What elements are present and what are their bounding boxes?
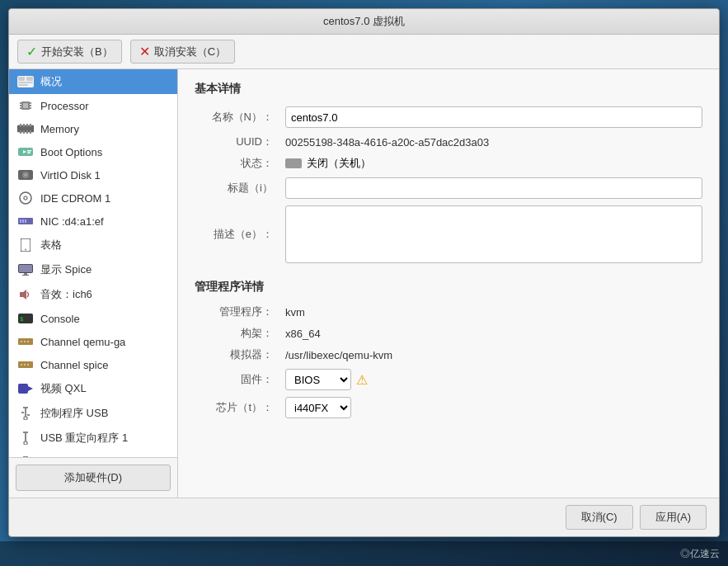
sidebar-item-display[interactable]: 显示 Spice: [9, 257, 177, 282]
sidebar-item-virtio-disk[interactable]: VirtIO Disk 1: [9, 163, 177, 186]
sidebar-label-virtio-disk: VirtIO Disk 1: [40, 169, 101, 182]
svg-rect-56: [23, 432, 28, 433]
tablet-icon: [17, 238, 34, 252]
arch-value: x86_64: [285, 328, 702, 340]
apply-button[interactable]: 应用(A): [640, 505, 707, 530]
svg-rect-18: [20, 130, 21, 134]
title-bar: centos7.0 虚拟机: [9, 9, 719, 35]
svg-rect-3: [18, 82, 33, 83]
manager-label: 管理程序：: [195, 304, 277, 319]
sidebar-item-audio[interactable]: 音效：ich6: [9, 282, 177, 307]
sidebar-item-video[interactable]: 视频 QXL: [9, 376, 177, 401]
name-input[interactable]: [285, 106, 702, 128]
bottom-buttons: 取消(C) 应用(A): [9, 498, 719, 536]
cdrom-icon: [17, 191, 34, 205]
svg-rect-15: [23, 124, 25, 127]
svg-rect-49: [18, 384, 28, 394]
x-icon: ✕: [139, 44, 150, 59]
start-install-button[interactable]: ✓ 开始安装（B）: [17, 40, 122, 64]
audio-icon: [17, 288, 34, 301]
sidebar-item-boot[interactable]: Boot Options: [9, 140, 177, 163]
svg-marker-50: [28, 386, 33, 391]
emulator-value: /usr/libexec/qemu-kvm: [285, 349, 702, 361]
status-indicator: [285, 158, 302, 168]
firmware-row: BIOS UEFI ⚠: [285, 369, 702, 390]
firmware-label: 固件：: [195, 372, 277, 387]
sidebar-item-usb-redirect1[interactable]: USB 重定向程序 1: [9, 426, 177, 450]
sidebar-item-ide-cdrom[interactable]: IDE CDROM 1: [9, 186, 177, 210]
sidebar-label-console: Console: [40, 313, 80, 325]
check-icon: ✓: [26, 44, 37, 59]
firmware-select[interactable]: BIOS UEFI: [285, 369, 351, 390]
boot-icon: [17, 145, 34, 158]
svg-rect-57: [25, 433, 26, 441]
svg-rect-25: [27, 153, 31, 154]
sidebar-label-memory: Memory: [40, 123, 79, 135]
description-label: 描述（e）：: [195, 227, 277, 242]
uuid-label: UUID：: [195, 134, 277, 149]
svg-rect-34: [25, 219, 26, 223]
chipset-label: 芯片（t）：: [195, 400, 277, 415]
svg-rect-2: [26, 77, 33, 81]
sidebar-label-nic: NIC :d4:a1:ef: [40, 215, 104, 228]
cancel-button[interactable]: 取消(C): [566, 505, 633, 530]
svg-point-36: [25, 249, 26, 251]
sidebar-item-channel-spice[interactable]: Channel spice: [9, 353, 177, 376]
main-panel: 基本详情 名称（N）： UUID： 00255198-348a-4616-a20…: [178, 69, 719, 498]
cancel-install-label: 取消安装（C）: [154, 45, 226, 59]
chipset-row: i440FX Q35: [285, 397, 702, 418]
cancel-install-button[interactable]: ✕ 取消安装（C）: [130, 40, 235, 64]
chipset-select[interactable]: i440FX Q35: [285, 397, 351, 418]
svg-rect-54: [27, 414, 30, 416]
svg-rect-4: [18, 84, 28, 86]
svg-point-30: [24, 196, 27, 200]
svg-marker-42: [23, 290, 26, 300]
usb-ctrl-icon: [17, 407, 34, 420]
sidebar-item-tablet[interactable]: 表格: [9, 233, 177, 257]
svg-rect-51: [23, 407, 28, 408]
basic-form: 名称（N）： UUID： 00255198-348a-4616-a20c-a57…: [195, 106, 702, 263]
svg-rect-41: [20, 292, 23, 297]
sidebar-item-overview[interactable]: 概况: [9, 69, 177, 94]
svg-point-29: [20, 192, 31, 204]
svg-rect-53: [21, 412, 24, 413]
sidebar-item-nic[interactable]: NIC :d4:a1:ef: [9, 210, 177, 233]
sidebar-item-memory[interactable]: Memory: [9, 117, 177, 140]
sidebar-item-usb-controller[interactable]: 控制程序 USB: [9, 401, 177, 426]
sidebar-label-video: 视频 QXL: [40, 381, 87, 396]
toolbar: ✓ 开始安装（B） ✕ 取消安装（C）: [9, 35, 719, 69]
svg-rect-20: [26, 130, 28, 134]
sidebar: 概况 Processor Memory: [9, 69, 178, 498]
memory-icon: [17, 122, 34, 135]
sidebar-label-audio: 音效：ich6: [40, 287, 92, 302]
sidebar-label-channel-spice: Channel spice: [40, 359, 108, 371]
manager-value: kvm: [285, 306, 702, 318]
sidebar-label-processor: Processor: [40, 100, 89, 112]
svg-rect-40: [22, 275, 29, 276]
svg-rect-6: [23, 103, 28, 108]
uuid-value: 00255198-348a-4616-a20c-a57dac2d3a03: [285, 136, 702, 149]
video-icon: [17, 382, 34, 395]
sidebar-item-console[interactable]: $ Console: [9, 307, 177, 330]
svg-rect-16: [26, 124, 28, 127]
disk-icon: [17, 168, 34, 182]
channel-spice-icon: [17, 358, 34, 371]
title-input[interactable]: [285, 177, 702, 199]
add-hardware-button[interactable]: 添加硬件(D): [16, 465, 171, 491]
sidebar-item-channel-qemu[interactable]: Channel qemu-ga: [9, 330, 177, 353]
description-input[interactable]: [285, 205, 702, 263]
sidebar-label-boot: Boot Options: [40, 146, 102, 158]
status-value: 关闭（关机）: [307, 156, 371, 171]
svg-rect-38: [19, 265, 32, 272]
bottom-logo: ◎亿速云: [680, 547, 720, 561]
sidebar-label-display: 显示 Spice: [40, 262, 92, 277]
status-row: 关闭（关机）: [285, 156, 702, 171]
start-install-label: 开始安装（B）: [41, 45, 113, 59]
sidebar-item-usb-redirect2[interactable]: USB 重定向程序 2: [9, 450, 177, 457]
svg-rect-32: [20, 219, 21, 223]
sidebar-item-processor[interactable]: Processor: [9, 94, 177, 117]
svg-point-58: [24, 441, 27, 445]
management-section-title: 管理程序详情: [195, 280, 702, 295]
channel-qemu-icon: [17, 335, 34, 348]
status-label: 状态：: [195, 156, 277, 171]
